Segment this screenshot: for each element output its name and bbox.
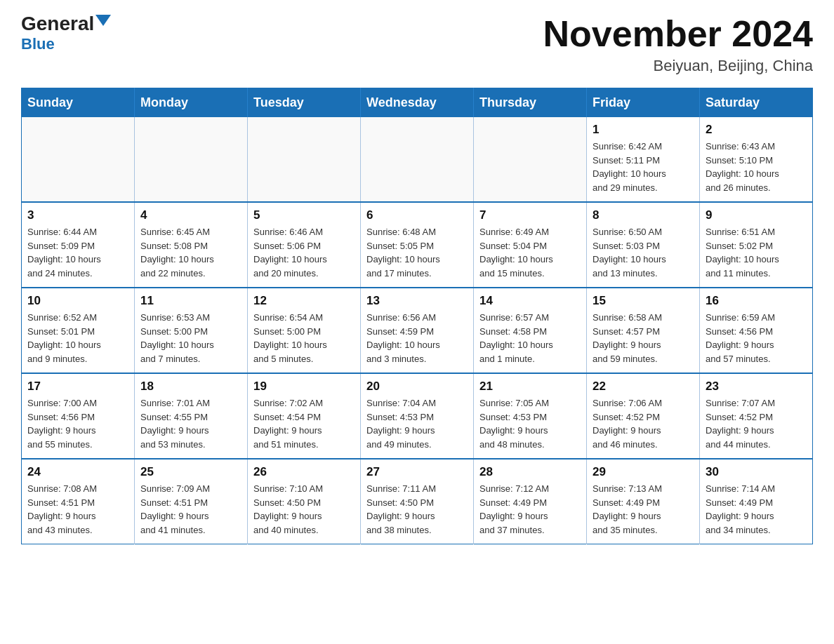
calendar-cell: 3Sunrise: 6:44 AM Sunset: 5:09 PM Daylig… bbox=[22, 202, 135, 288]
weekday-header-monday: Monday bbox=[135, 88, 248, 118]
calendar-cell: 25Sunrise: 7:09 AM Sunset: 4:51 PM Dayli… bbox=[135, 459, 248, 544]
day-number: 11 bbox=[140, 294, 241, 308]
weekday-header-sunday: Sunday bbox=[22, 88, 135, 118]
calendar-cell bbox=[361, 117, 474, 202]
day-info: Sunrise: 6:48 AM Sunset: 5:05 PM Dayligh… bbox=[366, 225, 468, 280]
day-number: 10 bbox=[27, 294, 128, 308]
day-info: Sunrise: 6:56 AM Sunset: 4:59 PM Dayligh… bbox=[366, 311, 468, 365]
day-number: 29 bbox=[593, 465, 694, 479]
day-number: 24 bbox=[27, 465, 128, 479]
day-number: 7 bbox=[479, 208, 581, 222]
calendar-cell: 13Sunrise: 6:56 AM Sunset: 4:59 PM Dayli… bbox=[361, 288, 474, 373]
day-info: Sunrise: 6:49 AM Sunset: 5:04 PM Dayligh… bbox=[479, 225, 581, 280]
day-info: Sunrise: 6:58 AM Sunset: 4:57 PM Dayligh… bbox=[593, 311, 694, 365]
location-title: Beiyuan, Beijing, China bbox=[543, 57, 813, 75]
day-info: Sunrise: 7:05 AM Sunset: 4:53 PM Dayligh… bbox=[479, 396, 581, 451]
month-title: November 2024 bbox=[543, 14, 813, 54]
day-info: Sunrise: 6:44 AM Sunset: 5:09 PM Dayligh… bbox=[27, 225, 128, 280]
weekday-header-tuesday: Tuesday bbox=[248, 88, 361, 118]
day-number: 9 bbox=[706, 208, 807, 222]
day-info: Sunrise: 6:52 AM Sunset: 5:01 PM Dayligh… bbox=[27, 311, 128, 365]
weekday-header-row: SundayMondayTuesdayWednesdayThursdayFrid… bbox=[22, 88, 813, 118]
calendar-cell: 7Sunrise: 6:49 AM Sunset: 5:04 PM Daylig… bbox=[474, 202, 587, 288]
logo: General Blue bbox=[21, 14, 111, 53]
calendar-cell: 19Sunrise: 7:02 AM Sunset: 4:54 PM Dayli… bbox=[248, 373, 361, 459]
day-number: 12 bbox=[253, 294, 355, 308]
day-number: 8 bbox=[593, 208, 694, 222]
calendar-cell: 24Sunrise: 7:08 AM Sunset: 4:51 PM Dayli… bbox=[22, 459, 135, 544]
calendar-cell: 27Sunrise: 7:11 AM Sunset: 4:50 PM Dayli… bbox=[361, 459, 474, 544]
weekday-header-saturday: Saturday bbox=[700, 88, 813, 118]
day-info: Sunrise: 6:50 AM Sunset: 5:03 PM Dayligh… bbox=[593, 225, 694, 280]
day-info: Sunrise: 7:09 AM Sunset: 4:51 PM Dayligh… bbox=[140, 482, 241, 537]
day-number: 14 bbox=[479, 294, 581, 308]
day-info: Sunrise: 6:53 AM Sunset: 5:00 PM Dayligh… bbox=[140, 311, 241, 365]
day-info: Sunrise: 6:59 AM Sunset: 4:56 PM Dayligh… bbox=[706, 311, 807, 365]
weekday-header-thursday: Thursday bbox=[474, 88, 587, 118]
day-info: Sunrise: 7:10 AM Sunset: 4:50 PM Dayligh… bbox=[253, 482, 355, 537]
calendar-cell: 23Sunrise: 7:07 AM Sunset: 4:52 PM Dayli… bbox=[700, 373, 813, 459]
day-number: 21 bbox=[479, 380, 581, 394]
day-info: Sunrise: 7:11 AM Sunset: 4:50 PM Dayligh… bbox=[366, 482, 468, 537]
weekday-header-wednesday: Wednesday bbox=[361, 88, 474, 118]
calendar-cell: 5Sunrise: 6:46 AM Sunset: 5:06 PM Daylig… bbox=[248, 202, 361, 288]
day-info: Sunrise: 7:14 AM Sunset: 4:49 PM Dayligh… bbox=[706, 482, 807, 537]
calendar-cell: 29Sunrise: 7:13 AM Sunset: 4:49 PM Dayli… bbox=[587, 459, 700, 544]
logo-text-blue: Blue bbox=[21, 35, 55, 53]
day-number: 19 bbox=[253, 380, 355, 394]
day-number: 13 bbox=[366, 294, 468, 308]
calendar-cell: 15Sunrise: 6:58 AM Sunset: 4:57 PM Dayli… bbox=[587, 288, 700, 373]
calendar-week-row: 1Sunrise: 6:42 AM Sunset: 5:11 PM Daylig… bbox=[22, 117, 813, 202]
day-number: 25 bbox=[140, 465, 241, 479]
day-number: 30 bbox=[706, 465, 807, 479]
day-number: 26 bbox=[253, 465, 355, 479]
calendar-cell: 20Sunrise: 7:04 AM Sunset: 4:53 PM Dayli… bbox=[361, 373, 474, 459]
logo-text-general: General bbox=[21, 14, 94, 34]
calendar-cell: 14Sunrise: 6:57 AM Sunset: 4:58 PM Dayli… bbox=[474, 288, 587, 373]
calendar-cell: 17Sunrise: 7:00 AM Sunset: 4:56 PM Dayli… bbox=[22, 373, 135, 459]
day-info: Sunrise: 6:54 AM Sunset: 5:00 PM Dayligh… bbox=[253, 311, 355, 365]
day-info: Sunrise: 6:57 AM Sunset: 4:58 PM Dayligh… bbox=[479, 311, 581, 365]
svg-marker-0 bbox=[95, 15, 111, 26]
day-number: 16 bbox=[706, 294, 807, 308]
calendar-cell: 10Sunrise: 6:52 AM Sunset: 5:01 PM Dayli… bbox=[22, 288, 135, 373]
day-info: Sunrise: 7:02 AM Sunset: 4:54 PM Dayligh… bbox=[253, 396, 355, 451]
calendar-cell: 16Sunrise: 6:59 AM Sunset: 4:56 PM Dayli… bbox=[700, 288, 813, 373]
calendar-cell bbox=[22, 117, 135, 202]
calendar-cell: 21Sunrise: 7:05 AM Sunset: 4:53 PM Dayli… bbox=[474, 373, 587, 459]
calendar-cell: 28Sunrise: 7:12 AM Sunset: 4:49 PM Dayli… bbox=[474, 459, 587, 544]
calendar-cell: 2Sunrise: 6:43 AM Sunset: 5:10 PM Daylig… bbox=[700, 117, 813, 202]
calendar-cell: 30Sunrise: 7:14 AM Sunset: 4:49 PM Dayli… bbox=[700, 459, 813, 544]
calendar-table: SundayMondayTuesdayWednesdayThursdayFrid… bbox=[21, 88, 813, 544]
day-number: 5 bbox=[253, 208, 355, 222]
day-number: 3 bbox=[27, 208, 128, 222]
day-number: 1 bbox=[593, 123, 694, 137]
day-number: 17 bbox=[27, 380, 128, 394]
day-info: Sunrise: 6:42 AM Sunset: 5:11 PM Dayligh… bbox=[593, 140, 694, 194]
day-info: Sunrise: 7:01 AM Sunset: 4:55 PM Dayligh… bbox=[140, 396, 241, 451]
calendar-week-row: 24Sunrise: 7:08 AM Sunset: 4:51 PM Dayli… bbox=[22, 459, 813, 544]
calendar-cell: 8Sunrise: 6:50 AM Sunset: 5:03 PM Daylig… bbox=[587, 202, 700, 288]
day-number: 20 bbox=[366, 380, 468, 394]
day-info: Sunrise: 7:00 AM Sunset: 4:56 PM Dayligh… bbox=[27, 396, 128, 451]
day-number: 4 bbox=[140, 208, 241, 222]
calendar-cell: 9Sunrise: 6:51 AM Sunset: 5:02 PM Daylig… bbox=[700, 202, 813, 288]
weekday-header-friday: Friday bbox=[587, 88, 700, 118]
calendar-cell: 26Sunrise: 7:10 AM Sunset: 4:50 PM Dayli… bbox=[248, 459, 361, 544]
day-number: 15 bbox=[593, 294, 694, 308]
calendar-cell: 12Sunrise: 6:54 AM Sunset: 5:00 PM Dayli… bbox=[248, 288, 361, 373]
title-area: November 2024 Beiyuan, Beijing, China bbox=[543, 14, 813, 75]
day-number: 2 bbox=[706, 123, 807, 137]
calendar-cell: 1Sunrise: 6:42 AM Sunset: 5:11 PM Daylig… bbox=[587, 117, 700, 202]
calendar-cell: 11Sunrise: 6:53 AM Sunset: 5:00 PM Dayli… bbox=[135, 288, 248, 373]
day-number: 18 bbox=[140, 380, 241, 394]
day-info: Sunrise: 6:45 AM Sunset: 5:08 PM Dayligh… bbox=[140, 225, 241, 280]
calendar-cell: 18Sunrise: 7:01 AM Sunset: 4:55 PM Dayli… bbox=[135, 373, 248, 459]
day-info: Sunrise: 7:13 AM Sunset: 4:49 PM Dayligh… bbox=[593, 482, 694, 537]
day-info: Sunrise: 7:12 AM Sunset: 4:49 PM Dayligh… bbox=[479, 482, 581, 537]
calendar-cell bbox=[248, 117, 361, 202]
calendar-cell: 6Sunrise: 6:48 AM Sunset: 5:05 PM Daylig… bbox=[361, 202, 474, 288]
day-number: 22 bbox=[593, 380, 694, 394]
day-number: 6 bbox=[366, 208, 468, 222]
day-info: Sunrise: 6:43 AM Sunset: 5:10 PM Dayligh… bbox=[706, 140, 807, 194]
